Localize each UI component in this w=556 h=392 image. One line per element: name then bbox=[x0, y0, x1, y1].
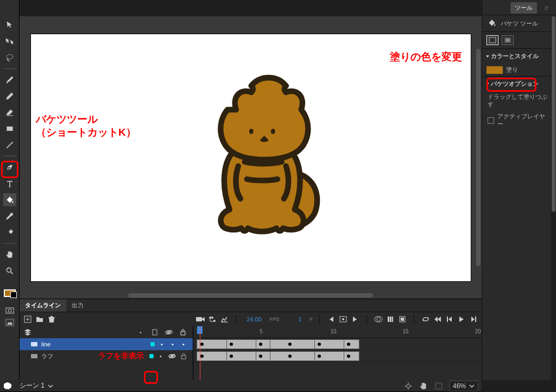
canvas-scroll-horizontal[interactable] bbox=[128, 293, 373, 298]
tools-toolbar bbox=[0, 0, 20, 380]
chevron-down-icon bbox=[48, 383, 53, 390]
trash-icon[interactable] bbox=[47, 314, 56, 324]
svg-point-2 bbox=[7, 54, 12, 59]
fps-value[interactable]: 24.00 bbox=[243, 314, 266, 324]
add-layer-icon[interactable] bbox=[23, 314, 33, 324]
layer-visibility-toggle[interactable]: • bbox=[169, 340, 176, 348]
hand-icon[interactable] bbox=[419, 381, 428, 391]
track-rough[interactable] bbox=[193, 350, 482, 362]
layer-row-line[interactable]: line • • • bbox=[20, 338, 193, 350]
app-logo-icon bbox=[3, 381, 13, 391]
free-transform-icon[interactable] bbox=[403, 381, 413, 391]
timeline-tracks[interactable]: 5 10 15 20 bbox=[193, 326, 482, 380]
artboard-icon[interactable] bbox=[434, 381, 444, 391]
layer-lock-toggle[interactable] bbox=[180, 352, 187, 360]
checkbox-icon[interactable] bbox=[488, 117, 494, 124]
bucket-icon bbox=[488, 18, 496, 28]
tab-output[interactable]: 出力 bbox=[66, 299, 89, 312]
object-draw-option-2[interactable] bbox=[502, 35, 514, 45]
highlight-column-icon[interactable]: • bbox=[136, 329, 145, 336]
svg-rect-32 bbox=[31, 354, 37, 358]
svg-point-17 bbox=[211, 317, 213, 319]
layer-type-icon bbox=[30, 340, 38, 348]
prev-keyframe-icon[interactable] bbox=[326, 314, 336, 324]
frame-view-icon[interactable] bbox=[397, 314, 407, 324]
svg-rect-14 bbox=[196, 317, 202, 321]
zoom-value: 46% bbox=[453, 382, 466, 390]
layer-outline-toggle[interactable]: • bbox=[158, 340, 166, 348]
zoom-dropdown[interactable]: 46% bbox=[449, 381, 478, 391]
tab-timeline[interactable]: タイムライン bbox=[20, 299, 66, 312]
eraser-tool[interactable] bbox=[3, 106, 16, 119]
onion-edit-icon[interactable] bbox=[386, 314, 395, 324]
eyedropper-tool[interactable] bbox=[3, 210, 16, 223]
folder-icon[interactable] bbox=[35, 314, 45, 324]
pin-tool[interactable] bbox=[3, 226, 16, 239]
layers-stack-icon[interactable] bbox=[23, 328, 33, 336]
rectangle-tool[interactable] bbox=[3, 122, 16, 135]
layer-visibility-hidden-icon[interactable] bbox=[168, 352, 176, 361]
artboard[interactable]: 塗りの色を変更 bbox=[31, 34, 471, 281]
chevron-down-icon bbox=[486, 83, 489, 85]
insert-keyframe-icon[interactable] bbox=[338, 314, 348, 324]
hand-tool[interactable] bbox=[3, 248, 16, 261]
svg-rect-10 bbox=[489, 37, 496, 43]
free-transform-tool[interactable] bbox=[3, 35, 16, 48]
section-bucket-options[interactable]: バケツオプション bbox=[482, 76, 556, 91]
layer-row-rough[interactable]: ラフ ラフを非表示 • bbox=[20, 350, 193, 362]
rewind-icon[interactable] bbox=[433, 314, 443, 324]
svg-rect-23 bbox=[390, 317, 391, 322]
next-keyframe-icon[interactable] bbox=[350, 314, 360, 324]
zoom-tool[interactable] bbox=[3, 264, 16, 277]
pencil-tool[interactable] bbox=[3, 90, 16, 103]
object-draw-option-1[interactable] bbox=[486, 35, 498, 45]
current-frame-value[interactable]: 1 bbox=[294, 314, 305, 324]
fill-stroke-swatch[interactable] bbox=[4, 289, 16, 297]
layer-name: ラフ bbox=[41, 352, 95, 361]
brush-tool[interactable] bbox=[3, 73, 16, 86]
timeline-ruler[interactable]: 5 10 15 20 bbox=[193, 326, 482, 338]
scene-dropdown[interactable]: シーン 1 bbox=[17, 380, 55, 391]
svg-rect-30 bbox=[181, 332, 185, 335]
step-fwd-icon[interactable] bbox=[469, 314, 478, 324]
active-layer-row[interactable]: アクティブレイヤー bbox=[482, 111, 556, 130]
svg-rect-26 bbox=[401, 318, 404, 321]
step-back-icon[interactable] bbox=[445, 314, 454, 324]
drag-to-fill-row[interactable]: ドラッグして塗りつぶす bbox=[482, 91, 556, 111]
text-tool[interactable] bbox=[3, 177, 16, 190]
canvas-scroll-vertical[interactable] bbox=[476, 49, 481, 266]
fill-row[interactable]: 塗り bbox=[482, 64, 556, 76]
section-color-style[interactable]: カラーとスタイル bbox=[482, 48, 556, 64]
object-drawing-mode-icon[interactable] bbox=[4, 306, 16, 315]
pen-tool[interactable] bbox=[3, 161, 16, 174]
layer-color-dot[interactable] bbox=[150, 342, 155, 346]
right-panel-scrollbar[interactable] bbox=[551, 16, 556, 380]
right-tab-other[interactable]: オ bbox=[539, 2, 554, 14]
layer-color-dot[interactable] bbox=[149, 354, 154, 358]
loop-icon[interactable] bbox=[421, 314, 431, 324]
lasso-tool[interactable] bbox=[3, 51, 16, 64]
bucket-tool[interactable] bbox=[3, 193, 16, 206]
timeline-panel: タイムライン 出力 24.00 FPS 1 F bbox=[20, 299, 482, 380]
layer-outline-toggle[interactable]: • bbox=[157, 352, 165, 360]
svg-rect-7 bbox=[6, 319, 14, 326]
visibility-column-icon[interactable] bbox=[165, 330, 173, 335]
merge-drawing-mode-icon[interactable] bbox=[4, 318, 16, 327]
svg-point-6 bbox=[8, 309, 11, 312]
svg-rect-27 bbox=[447, 317, 448, 322]
right-tab-tool[interactable]: ツール bbox=[510, 2, 537, 14]
track-line[interactable] bbox=[193, 338, 482, 350]
line-tool[interactable] bbox=[3, 138, 16, 151]
onion-skin-icon[interactable] bbox=[374, 314, 383, 324]
chart-icon[interactable] bbox=[219, 314, 229, 324]
lock-column-icon[interactable] bbox=[179, 329, 187, 336]
svg-rect-3 bbox=[7, 127, 12, 131]
selection-tool[interactable] bbox=[3, 18, 16, 31]
play-icon[interactable] bbox=[457, 314, 466, 324]
graph-icon[interactable] bbox=[207, 314, 217, 324]
outline-column-icon[interactable] bbox=[150, 329, 159, 336]
layer-lock-toggle[interactable]: • bbox=[180, 340, 187, 348]
layer-list: • line • • • ラフ ラフを非表示 bbox=[20, 326, 193, 380]
camera-icon[interactable] bbox=[195, 314, 205, 324]
fill-color-swatch[interactable] bbox=[486, 66, 503, 74]
